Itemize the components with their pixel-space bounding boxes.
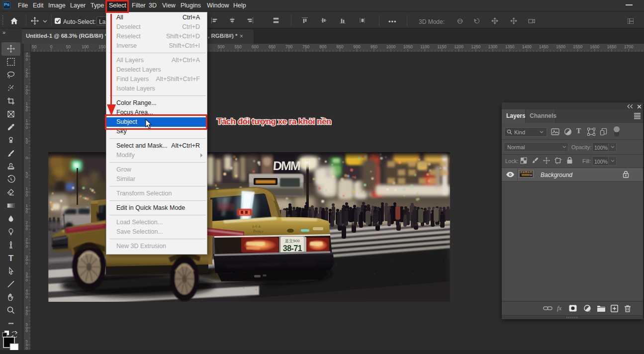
svg-text:1100: 1100 xyxy=(420,44,430,49)
svg-text:1400: 1400 xyxy=(522,44,532,49)
svg-text:550: 550 xyxy=(235,44,242,49)
svg-text:0: 0 xyxy=(26,295,28,299)
svg-text:1050: 1050 xyxy=(403,44,413,49)
svg-text:0: 0 xyxy=(26,140,28,145)
svg-text:T: T xyxy=(8,254,14,263)
svg-text:0: 0 xyxy=(26,125,28,130)
svg-text:0: 0 xyxy=(50,44,53,49)
svg-text:700: 700 xyxy=(285,44,292,49)
svg-text:38-71: 38-71 xyxy=(283,244,302,253)
svg-text:0: 0 xyxy=(26,312,28,316)
svg-text:650: 650 xyxy=(269,44,276,49)
svg-text:150: 150 xyxy=(98,44,105,49)
svg-text:0: 0 xyxy=(26,244,28,249)
svg-text:0: 0 xyxy=(26,57,28,62)
svg-text:1600: 1600 xyxy=(590,44,599,49)
svg-text:750: 750 xyxy=(302,44,309,49)
svg-text:0: 0 xyxy=(26,329,28,333)
svg-text:50: 50 xyxy=(32,44,37,49)
svg-text:0: 0 xyxy=(26,278,28,282)
svg-text:100: 100 xyxy=(82,44,89,49)
svg-text:850: 850 xyxy=(337,44,344,49)
svg-text:1150: 1150 xyxy=(437,44,447,49)
svg-text:1550: 1550 xyxy=(573,44,582,49)
svg-text:0: 0 xyxy=(26,91,28,95)
svg-text:1300: 1300 xyxy=(488,44,497,49)
svg-text:950: 950 xyxy=(370,44,377,49)
svg-text:1250: 1250 xyxy=(471,44,480,49)
svg-text:600: 600 xyxy=(252,44,259,49)
svg-text:0: 0 xyxy=(26,261,28,266)
svg-text:1350: 1350 xyxy=(505,44,515,49)
svg-text:足立500: 足立500 xyxy=(284,239,300,243)
svg-text:1450: 1450 xyxy=(539,44,549,49)
svg-text:DMM: DMM xyxy=(273,159,301,173)
svg-text:1000: 1000 xyxy=(386,44,396,49)
svg-text:50: 50 xyxy=(66,44,71,49)
svg-text:0: 0 xyxy=(26,175,28,179)
svg-text:0: 0 xyxy=(26,74,28,79)
svg-text:0: 0 xyxy=(26,156,28,160)
svg-text:900: 900 xyxy=(354,44,361,49)
svg-text:Prince: Prince xyxy=(253,229,264,234)
svg-text:1650: 1650 xyxy=(607,44,617,49)
svg-text:1700: 1700 xyxy=(624,44,634,49)
svg-text:0: 0 xyxy=(26,227,28,231)
svg-text:•••: ••• xyxy=(8,321,14,326)
svg-text:1500: 1500 xyxy=(556,44,565,49)
svg-text:0: 0 xyxy=(26,108,28,112)
svg-text:800: 800 xyxy=(319,44,326,49)
svg-text:A·K·A: A·K·A xyxy=(252,225,261,228)
svg-text:0: 0 xyxy=(26,210,28,214)
svg-text:Tách đối tượng xe ra khỏi nền: Tách đối tượng xe ra khỏi nền xyxy=(217,117,331,126)
svg-text:1200: 1200 xyxy=(454,44,463,49)
svg-text:0: 0 xyxy=(26,193,28,197)
svg-text:500: 500 xyxy=(217,44,224,49)
